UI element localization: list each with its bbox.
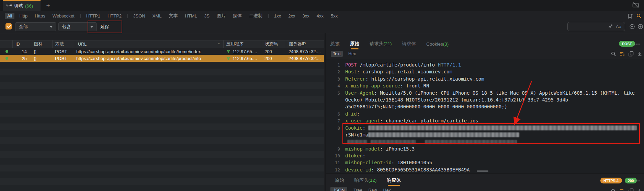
column-header-6[interactable]: 状态码 — [262, 40, 286, 48]
format-tab-hex[interactable]: Hex — [383, 188, 391, 191]
request-tab-label: 请求体 — [402, 41, 416, 46]
request-tab-label: 总览 — [330, 41, 340, 46]
filter-icon[interactable] — [620, 51, 625, 58]
filter-http[interactable]: Http — [17, 13, 30, 19]
filter-3xx[interactable]: 3xx — [300, 13, 312, 19]
wifi-icon — [226, 49, 231, 53]
line-number: 5 — [326, 90, 340, 97]
request-detail-panel: 总览原始请求头(21)请求体Cookies(3) POST TextHex 1P… — [326, 33, 644, 191]
filter-json[interactable]: JSON — [131, 13, 148, 19]
code-segment: Gecko) Mobile/15E148 MIOTStore/20191212 … — [345, 97, 571, 103]
code-line-content: Cookie: — [345, 125, 637, 131]
response-tab-原始[interactable]: 原始 — [335, 177, 344, 183]
column-header-4[interactable]: URL^ — [75, 40, 223, 48]
view-tab-hex[interactable]: Hex — [346, 51, 358, 57]
code-segment: POST — [345, 62, 357, 68]
zoom-out-icon[interactable] — [629, 24, 635, 29]
format-tab-raw[interactable]: Raw — [369, 188, 377, 191]
new-tab-button[interactable]: + — [44, 1, 52, 10]
filter-group-divider — [127, 14, 128, 18]
screen-capture-off-icon[interactable] — [632, 2, 639, 9]
filter-5xx[interactable]: 5xx — [328, 13, 340, 19]
filter-items: AllHttpHttpsWebsocketHTTP1HTTP2JSONXML文本… — [5, 12, 342, 20]
bookmark-add-icon[interactable] — [627, 13, 633, 19]
column-header-status-dot[interactable] — [0, 40, 12, 48]
code-line: 9mishop-model: iPhone15,3 — [326, 145, 644, 152]
line-number: 8 — [326, 125, 340, 132]
search-icon[interactable] — [611, 51, 616, 58]
row-method: POST — [52, 49, 75, 54]
filter-图片[interactable]: 图片 — [214, 12, 228, 20]
more-icon[interactable] — [634, 42, 640, 46]
filter-xml[interactable]: XML — [150, 13, 164, 19]
filter-https[interactable]: Https — [32, 13, 47, 19]
download-icon[interactable] — [637, 188, 642, 191]
more-icon[interactable] — [634, 179, 640, 182]
code-line-content: Referer: https://carshop-api.retail.xiao… — [345, 76, 484, 82]
filter-文本[interactable]: 文本 — [166, 12, 180, 20]
response-tab-label: 原始 — [335, 178, 344, 183]
code-line: rSN+d1ma — [326, 131, 644, 138]
tab-debug-session[interactable]: 调试 (66) — [3, 0, 41, 11]
column-header-2[interactable]: 图标 — [31, 40, 52, 48]
filter-group-divider — [268, 14, 269, 18]
response-tab-响应体[interactable]: 响应体 — [387, 177, 401, 183]
code-line-content: mishop-client-id: 180100031055 — [345, 160, 432, 165]
request-tab-Cookies[interactable]: Cookies(3) — [426, 41, 449, 47]
request-tab-请求体[interactable]: 请求体 — [402, 41, 416, 47]
horizontal-scrollbar[interactable] — [477, 170, 488, 172]
zoom-in-icon[interactable] — [637, 24, 643, 29]
view-tab-text[interactable]: Text — [331, 51, 343, 57]
search-input[interactable]: Aa — [567, 22, 625, 31]
request-tab-请求头[interactable]: 请求头(21) — [370, 41, 392, 47]
match-case-toggle[interactable]: Aa — [616, 24, 621, 29]
code-line: 8Cookie: — [326, 124, 644, 131]
download-icon[interactable] — [637, 51, 642, 58]
copy-icon[interactable] — [629, 188, 634, 191]
format-tab-json[interactable]: JSON — [330, 187, 347, 191]
filter-enable-checkbox[interactable] — [5, 23, 12, 29]
filter-websocket[interactable]: Websocket — [50, 13, 77, 19]
keyword-filter-input[interactable]: 延保 — [100, 24, 109, 30]
filter-all[interactable]: All — [5, 13, 14, 19]
line-number: 7 — [326, 118, 340, 124]
format-tab-tree[interactable]: Tree — [353, 188, 362, 191]
table-row[interactable]: 25{}POSThttps://carshop-api.retail.xiaom… — [0, 55, 324, 62]
filter-1xx[interactable]: 1xx — [272, 13, 283, 19]
filter-媒体[interactable]: 媒体 — [230, 12, 244, 20]
sort-indicator-icon[interactable]: ^ — [218, 42, 220, 46]
filter-html[interactable]: HTML — [182, 13, 199, 19]
column-header-3[interactable]: 方法 — [52, 40, 75, 48]
code-segment: : iPhone15,3 — [380, 146, 415, 152]
code-segment: : Mozilla/5.0 (iPhone; CPU iPhone OS 18_… — [374, 90, 635, 96]
request-tab-原始[interactable]: 原始 — [350, 41, 359, 47]
filter-js[interactable]: JS — [202, 13, 212, 19]
redacted-cookie-block — [425, 140, 517, 144]
filter-2xx[interactable]: 2xx — [286, 13, 297, 19]
code-segment: mishop-client-id — [345, 160, 392, 165]
request-raw-view: 1POST /mtop/carlife/product/info HTTP/1.… — [326, 59, 644, 173]
row-app-value: 112.97.65.... — [233, 49, 257, 54]
column-header-5[interactable]: 应用程序 — [223, 40, 262, 48]
search-icon[interactable] — [611, 188, 616, 191]
filter-二进制[interactable]: 二进制 — [247, 12, 265, 20]
filter-match-select[interactable]: 包含 — [58, 22, 97, 31]
filter-http2[interactable]: HTTP2 — [105, 13, 124, 19]
copy-icon[interactable] — [629, 51, 634, 58]
search-icon[interactable] — [636, 13, 642, 19]
request-tab-总览[interactable]: 总览 — [330, 41, 340, 47]
table-row[interactable]: 14{}POSThttps://carshop-api.retail.xiaom… — [0, 48, 324, 55]
response-tab-响应头[interactable]: 响应头(12) — [354, 177, 377, 183]
filter-4xx[interactable]: 4xx — [314, 13, 326, 19]
request-tab-count: (3) — [443, 41, 449, 47]
filter-http1[interactable]: HTTP1 — [84, 13, 103, 19]
filter-icon[interactable] — [620, 188, 625, 191]
filter-scope-select[interactable]: 全部 — [15, 22, 56, 31]
response-tab-label: 响应体 — [387, 178, 401, 183]
code-line: 12device-id: 8056CDF565D531AC883AA435B0E… — [326, 166, 644, 173]
redacted-cookie-block — [347, 140, 367, 144]
column-header-7[interactable]: 服务器IP — [286, 40, 324, 48]
regex-icon[interactable] — [608, 24, 613, 30]
code-segment: : 180100031055 — [392, 160, 432, 165]
column-header-1[interactable]: ID — [12, 40, 31, 48]
